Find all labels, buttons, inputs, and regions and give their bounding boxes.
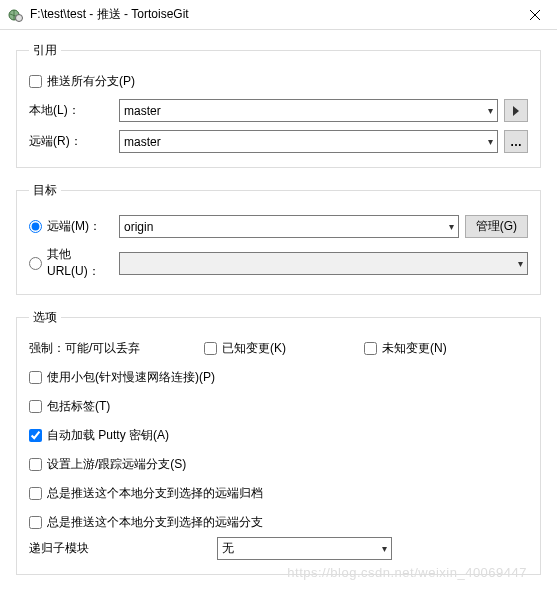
unknown-changes-checkbox[interactable]: 未知变更(N): [364, 340, 447, 357]
push-all-branches-input[interactable]: [29, 75, 42, 88]
dest-url-radio-input[interactable]: [29, 257, 42, 270]
set-upstream-checkbox[interactable]: 设置上游/跟踪远端分支(S): [29, 456, 186, 473]
remote-browse-button[interactable]: …: [504, 130, 528, 153]
always-push-archive-input[interactable]: [29, 487, 42, 500]
dest-url-radio[interactable]: 其他URL(U)：: [29, 246, 119, 280]
dest-url-radio-label: 其他URL(U)：: [47, 246, 119, 280]
dest-remote-radio-input[interactable]: [29, 220, 42, 233]
manage-button-label: 管理(G): [476, 218, 517, 235]
ref-legend: 引用: [29, 42, 61, 59]
dest-url-combo[interactable]: ▾: [119, 252, 528, 275]
chevron-down-icon: ▾: [488, 136, 493, 147]
dest-remote-value: origin: [124, 220, 153, 234]
recurse-sub-value: 无: [222, 540, 234, 557]
autoload-putty-checkbox[interactable]: 自动加载 Putty 密钥(A): [29, 427, 169, 444]
autoload-putty-label: 自动加载 Putty 密钥(A): [47, 427, 169, 444]
always-push-archive-label: 总是推送这个本地分支到选择的远端归档: [47, 485, 263, 502]
dest-remote-radio[interactable]: 远端(M)：: [29, 218, 101, 235]
force-label: 强制：可能/可以丢弃: [29, 340, 204, 357]
window-title: F:\test\test - 推送 - TortoiseGit: [30, 6, 512, 23]
manage-button[interactable]: 管理(G): [465, 215, 528, 238]
always-push-branch-input[interactable]: [29, 516, 42, 529]
unknown-changes-input[interactable]: [364, 342, 377, 355]
include-tags-input[interactable]: [29, 400, 42, 413]
dest-remote-combo[interactable]: origin ▾: [119, 215, 459, 238]
remote-branch-value: master: [124, 135, 161, 149]
include-tags-checkbox[interactable]: 包括标签(T): [29, 398, 110, 415]
thin-pack-label: 使用小包(针对慢速网络连接)(P): [47, 369, 215, 386]
known-changes-label: 已知变更(K): [222, 340, 286, 357]
local-next-button[interactable]: [504, 99, 528, 122]
ref-group: 引用 推送所有分支(P) 本地(L)： master ▾ 远端(R)： mast…: [16, 42, 541, 168]
options-legend: 选项: [29, 309, 61, 326]
local-branch-value: master: [124, 104, 161, 118]
dest-legend: 目标: [29, 182, 61, 199]
always-push-branch-label: 总是推送这个本地分支到选择的远端分支: [47, 514, 263, 531]
autoload-putty-input[interactable]: [29, 429, 42, 442]
app-icon: [8, 7, 24, 23]
dest-remote-radio-label: 远端(M)：: [47, 218, 101, 235]
title-bar: F:\test\test - 推送 - TortoiseGit: [0, 0, 557, 30]
push-all-branches-label: 推送所有分支(P): [47, 73, 135, 90]
local-label: 本地(L)：: [29, 102, 119, 119]
svg-point-1: [16, 14, 23, 21]
remote-branch-combo[interactable]: master ▾: [119, 130, 498, 153]
recurse-sub-label: 递归子模块: [29, 540, 217, 557]
thin-pack-checkbox[interactable]: 使用小包(针对慢速网络连接)(P): [29, 369, 215, 386]
set-upstream-label: 设置上游/跟踪远端分支(S): [47, 456, 186, 473]
close-button[interactable]: [512, 0, 557, 29]
set-upstream-input[interactable]: [29, 458, 42, 471]
always-push-archive-checkbox[interactable]: 总是推送这个本地分支到选择的远端归档: [29, 485, 263, 502]
chevron-down-icon: ▾: [382, 543, 387, 554]
chevron-down-icon: ▾: [449, 221, 454, 232]
chevron-down-icon: ▾: [518, 258, 523, 269]
options-group: 选项 强制：可能/可以丢弃 已知变更(K) 未知变更(N) 使用小包(针对慢速网…: [16, 309, 541, 575]
include-tags-label: 包括标签(T): [47, 398, 110, 415]
known-changes-input[interactable]: [204, 342, 217, 355]
always-push-branch-checkbox[interactable]: 总是推送这个本地分支到选择的远端分支: [29, 514, 263, 531]
local-branch-combo[interactable]: master ▾: [119, 99, 498, 122]
recurse-sub-combo[interactable]: 无 ▾: [217, 537, 392, 560]
dest-group: 目标 远端(M)： origin ▾ 管理(G) 其他URL(U)：: [16, 182, 541, 295]
thin-pack-input[interactable]: [29, 371, 42, 384]
remote-ref-label: 远端(R)：: [29, 133, 119, 150]
unknown-changes-label: 未知变更(N): [382, 340, 447, 357]
chevron-down-icon: ▾: [488, 105, 493, 116]
push-all-branches-checkbox[interactable]: 推送所有分支(P): [29, 73, 135, 90]
known-changes-checkbox[interactable]: 已知变更(K): [204, 340, 364, 357]
